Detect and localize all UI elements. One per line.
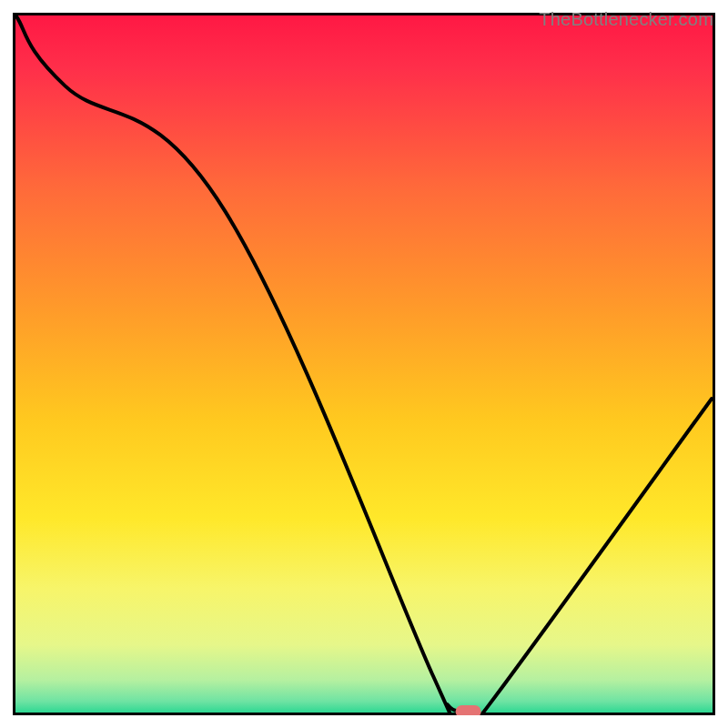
optimal-marker — [456, 705, 481, 715]
gradient-background — [13, 13, 715, 715]
plot-area: TheBottlenecker.com — [13, 13, 715, 715]
attribution-label: TheBottlenecker.com — [539, 9, 713, 30]
chart-container: TheBottlenecker.com — [0, 0, 728, 728]
bottleneck-chart — [13, 13, 715, 715]
